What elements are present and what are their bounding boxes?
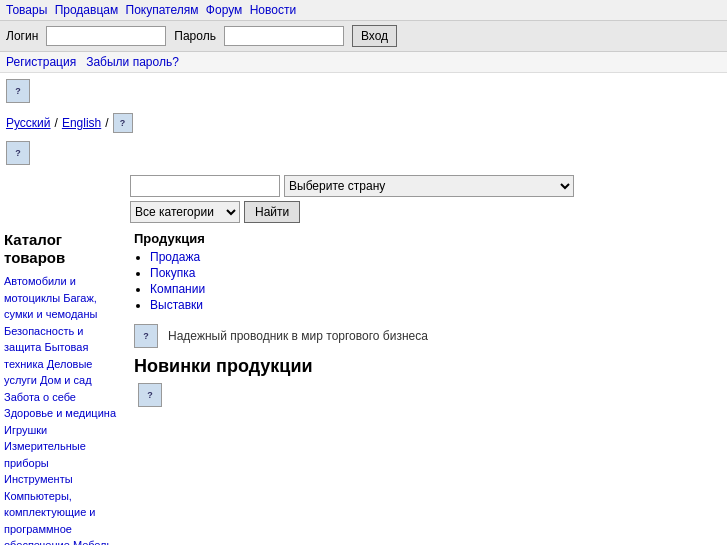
forgot-password-link[interactable]: Забыли пароль? (86, 55, 179, 69)
new-products-placeholder-icon: ? (138, 383, 162, 407)
country-select[interactable]: Выберите страну (284, 175, 574, 197)
password-input[interactable] (224, 26, 344, 46)
promo-text: Надежный проводник в мир торгового бизне… (168, 329, 428, 343)
nav-news[interactable]: Новости (250, 3, 296, 17)
catalog-title: Каталог товаров (4, 231, 118, 267)
product-link-companies[interactable]: Компании (150, 282, 205, 296)
sidebar-item-tools[interactable]: Инструменты (4, 473, 73, 485)
register-link[interactable]: Регистрация (6, 55, 76, 69)
banner-image-1: ? (6, 79, 30, 103)
product-links: Продукция Продажа Покупка Компании Выста… (134, 231, 723, 314)
product-link-buy[interactable]: Покупка (150, 266, 195, 280)
product-list-item-sale: Продажа (150, 250, 205, 264)
product-link-exhibitions[interactable]: Выставки (150, 298, 203, 312)
product-list-item-companies: Компании (150, 282, 205, 296)
lang-flag-icon: ? (113, 113, 133, 133)
search-section: Выберите страну Все категории Найти (0, 169, 727, 227)
search-controls: Все категории Найти (130, 201, 717, 223)
sidebar-item-health[interactable]: Здоровье и медицина (4, 407, 116, 419)
banner-placeholder-2: ? (0, 137, 727, 169)
register-bar: Регистрация Забыли пароль? (0, 52, 727, 73)
sidebar-links: Автомобили и мотоциклы Багаж, сумки и че… (4, 273, 118, 545)
password-label: Пароль (174, 29, 216, 43)
lang-english[interactable]: English (62, 116, 101, 130)
login-bar: Логин Пароль Вход (0, 21, 727, 52)
login-button[interactable]: Вход (352, 25, 397, 47)
search-input[interactable] (130, 175, 280, 197)
sidebar: Каталог товаров Автомобили и мотоциклы Б… (4, 231, 124, 545)
content-area: Продукция Продажа Покупка Компании Выста… (124, 231, 723, 545)
lang-russian[interactable]: Русский (6, 116, 51, 130)
banner-placeholder-1: ? (0, 73, 727, 105)
sidebar-item-toys[interactable]: Игрушки (4, 424, 47, 436)
product-list: Продажа Покупка Компании Выставки (134, 250, 205, 312)
sidebar-item-measurement[interactable]: Измерительные приборы (4, 440, 86, 469)
product-list-item-exhibitions: Выставки (150, 298, 205, 312)
search-row: Выберите страну (130, 175, 717, 197)
search-button[interactable]: Найти (244, 201, 300, 223)
banner-image-2: ? (6, 141, 30, 165)
nav-sellers[interactable]: Продавцам (55, 3, 119, 17)
promo-image: ? (134, 324, 158, 348)
product-column: Продукция Продажа Покупка Компании Выста… (134, 231, 205, 314)
sidebar-item-computers[interactable]: Компьютеры, комплектующие и программное … (4, 490, 95, 546)
nav-forum[interactable]: Форум (206, 3, 242, 17)
category-select[interactable]: Все категории (130, 201, 240, 223)
login-input[interactable] (46, 26, 166, 46)
lang-separator-2: / (105, 116, 108, 130)
product-list-item-buy: Покупка (150, 266, 205, 280)
sidebar-item-selfcare[interactable]: Забота о себе (4, 391, 76, 403)
sidebar-item-home[interactable]: Дом и сад (40, 374, 92, 386)
new-products-image: ? (138, 383, 723, 407)
lang-section: Русский / English / ? (0, 105, 727, 137)
nav-buyers[interactable]: Покупателям (126, 3, 199, 17)
nav-goods[interactable]: Товары (6, 3, 47, 17)
main-content: Каталог товаров Автомобили и мотоциклы Б… (0, 227, 727, 545)
top-nav: Товары Продавцам Покупателям Форум Новос… (0, 0, 727, 21)
lang-separator-1: / (55, 116, 58, 130)
new-products-title: Новинки продукции (134, 356, 723, 377)
product-link-sale[interactable]: Продажа (150, 250, 200, 264)
promo-block: ? Надежный проводник в мир торгового биз… (134, 324, 723, 348)
product-heading: Продукция (134, 231, 205, 246)
login-label: Логин (6, 29, 38, 43)
